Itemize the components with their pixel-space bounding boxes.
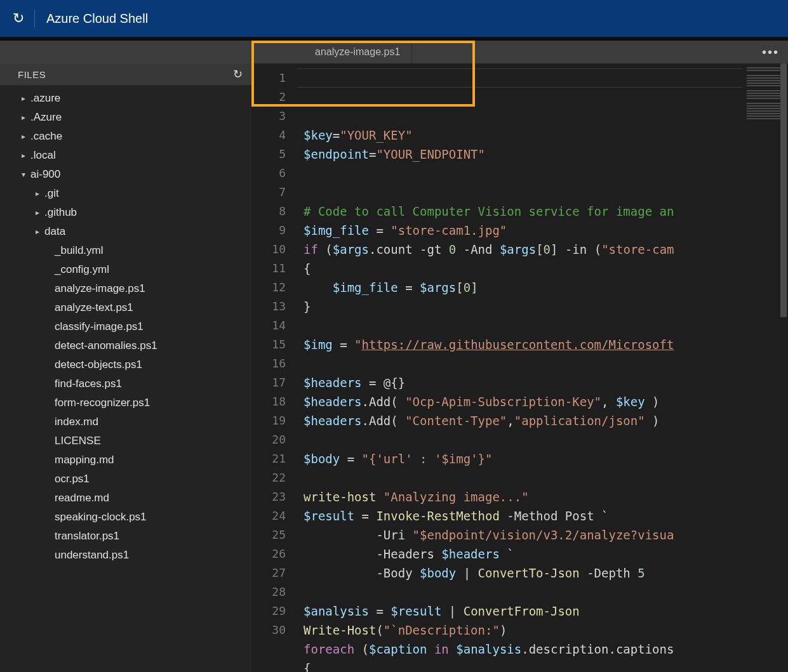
code-line[interactable]: $analysis = $result | ConvertFrom-Json [304,602,742,621]
file-item[interactable]: analyze-image.ps1 [0,279,251,298]
tab-bar: analyze-image.ps1 ••• [0,41,788,63]
code-line[interactable] [304,430,742,449]
code-line[interactable]: $headers.Add( "Ocp-Apim-Subscription-Key… [304,392,742,411]
tree-item-label: find-faces.ps1 [55,378,122,390]
tree-item-label: translator.ps1 [55,530,119,543]
line-number: 10 [251,240,286,259]
tree-item-label: .local [30,149,56,162]
file-item[interactable]: translator.ps1 [0,527,251,546]
app-title: Azure Cloud Shell [46,11,148,26]
tree-item-label: LICENSE [55,435,101,447]
tree-item-label: detect-objects.ps1 [55,359,142,371]
code-line[interactable]: { [304,659,742,672]
editor-scrollbar[interactable] [779,63,788,672]
code-line[interactable]: $body = "{'url' : '$img'}" [304,449,742,468]
more-icon[interactable]: ••• [762,41,779,63]
code-area[interactable]: $key="YOUR_KEY"$endpoint="YOUR_ENDPOINT"… [297,63,742,672]
tree-item-label: ocr.ps1 [55,473,90,485]
code-line[interactable]: $img_file = $args[0] [304,278,742,297]
code-line[interactable]: Write-Host("`nDescription:") [304,621,742,640]
code-line[interactable]: $key="YOUR_KEY" [304,126,742,145]
code-line[interactable] [304,183,742,202]
file-item[interactable]: readme.md [0,489,251,508]
file-item[interactable]: ocr.ps1 [0,470,251,489]
line-number: 9 [251,221,286,240]
code-line[interactable]: write-host "Analyzing image..." [304,487,742,506]
chevron-right-icon: ▸ [19,151,28,160]
folder-item[interactable]: ▸.Azure [0,108,251,127]
code-line[interactable]: $headers = @{} [304,373,742,392]
tab-analyze-image[interactable]: analyze-image.ps1 [304,41,412,63]
file-item[interactable]: detect-objects.ps1 [0,355,251,374]
folder-item[interactable]: ▾ai-900 [0,165,251,184]
file-item[interactable]: analyze-text.ps1 [0,298,251,317]
tree-item-label: understand.ps1 [55,549,129,562]
tree-item-label: analyze-image.ps1 [55,282,145,295]
tree-item-label: form-recognizer.ps1 [55,397,150,409]
file-item[interactable]: understand.ps1 [0,546,251,565]
code-line[interactable]: -Uri "$endpoint/vision/v3.2/analyze?visu… [304,525,742,544]
folder-item[interactable]: ▸.github [0,203,251,222]
folder-item[interactable]: ▸.local [0,146,251,165]
line-number: 3 [251,107,286,126]
scrollbar-thumb[interactable] [780,63,787,317]
file-item[interactable]: detect-anomalies.ps1 [0,336,251,355]
code-line[interactable]: -Body $body | ConvertTo-Json -Depth 5 [304,563,742,583]
code-line[interactable] [304,354,742,373]
code-line[interactable]: if ($args.count -gt 0 -And $args[0] -in … [304,240,742,259]
code-line[interactable] [304,164,742,183]
file-item[interactable]: LICENSE [0,432,251,451]
code-line[interactable] [304,583,742,602]
refresh-files-icon[interactable]: ↻ [233,67,243,81]
folder-item[interactable]: ▸.git [0,184,251,203]
tree-item-label: mapping.md [55,454,114,466]
tree-item-label: .azure [30,92,60,105]
code-line[interactable]: $headers.Add( "Content-Type","applicatio… [304,411,742,430]
line-number: 12 [251,278,286,297]
file-item[interactable]: mapping.md [0,451,251,470]
file-item[interactable]: form-recognizer.ps1 [0,393,251,412]
folder-item[interactable]: ▸data [0,222,251,241]
line-number: 17 [251,373,286,392]
line-number: 21 [251,449,286,468]
refresh-icon[interactable]: ↻ [9,9,28,28]
code-line[interactable]: # Code to call Computer Vision service f… [304,202,742,221]
tree-item-label: data [44,225,65,238]
file-item[interactable]: _config.yml [0,260,251,279]
chevron-right-icon: ▸ [33,227,42,236]
file-item[interactable]: classify-image.ps1 [0,317,251,336]
code-line[interactable]: $img_file = "store-cam1.jpg" [304,221,742,240]
code-line[interactable]: $endpoint="YOUR_ENDPOINT" [304,145,742,164]
folder-item[interactable]: ▸.cache [0,127,251,146]
files-title: FILES [18,69,46,80]
chevron-right-icon: ▸ [19,94,28,103]
code-line[interactable] [304,316,742,335]
file-item[interactable]: find-faces.ps1 [0,374,251,393]
file-item[interactable]: speaking-clock.ps1 [0,508,251,527]
code-editor[interactable]: 1234567891011121314151617181920212223242… [251,63,788,672]
line-number: 8 [251,202,286,221]
line-number: 14 [251,316,286,335]
code-line[interactable]: foreach ($caption in $analysis.descripti… [304,640,742,659]
line-number: 15 [251,335,286,354]
code-line[interactable]: $result = Invoke-RestMethod -Method Post… [304,506,742,525]
code-line[interactable]: } [304,297,742,316]
titlebar-separator [34,10,35,27]
code-line[interactable] [304,468,742,487]
line-number: 13 [251,297,286,316]
code-line[interactable]: $img = "https://raw.githubusercontent.co… [304,335,742,354]
folder-item[interactable]: ▸.azure [0,89,251,108]
file-item[interactable]: index.md [0,412,251,432]
line-number: 16 [251,354,286,373]
chevron-right-icon: ▸ [33,208,42,217]
file-item[interactable]: _build.yml [0,241,251,260]
code-line[interactable]: -Headers $headers ` [304,544,742,563]
file-explorer: FILES ↻ ▸.azure▸.Azure▸.cache▸.local▾ai-… [0,63,251,672]
file-tree: ▸.azure▸.Azure▸.cache▸.local▾ai-900▸.git… [0,85,251,672]
chevron-right-icon: ▸ [19,132,28,141]
line-number: 24 [251,506,286,525]
code-line[interactable]: { [304,259,742,278]
line-number: 5 [251,145,286,164]
line-number: 4 [251,126,286,145]
files-header: FILES ↻ [0,63,251,85]
